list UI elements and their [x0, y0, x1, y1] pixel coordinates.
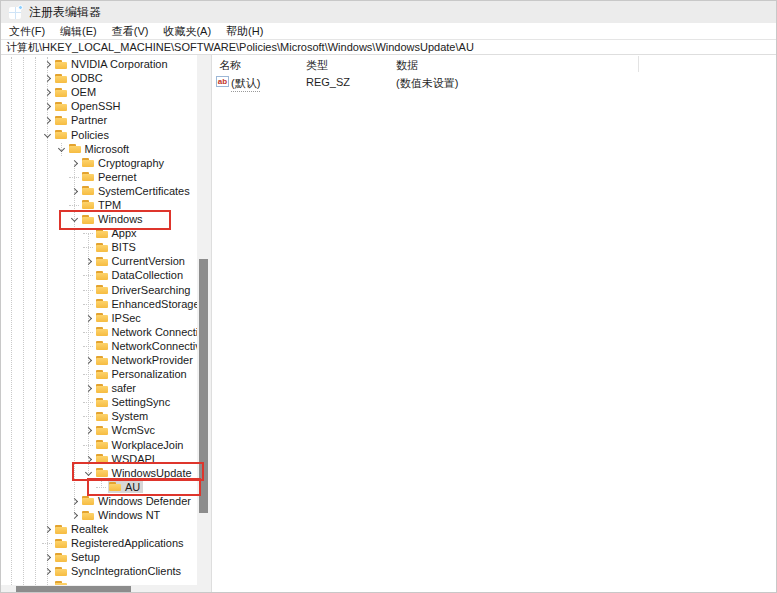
chevron-right-icon[interactable]: [41, 57, 54, 71]
column-header-data[interactable]: 数据: [396, 58, 418, 73]
tree-item-content[interactable]: SyncIntegrationClients: [54, 565, 184, 577]
tree-item-currentversion[interactable]: CurrentVersion: [1, 254, 198, 268]
column-header-type[interactable]: 类型: [306, 58, 328, 73]
tree-item-syncintegrationclients[interactable]: SyncIntegrationClients: [1, 564, 198, 578]
menu-item-v[interactable]: 查看(V): [112, 24, 149, 39]
tree-item-content[interactable]: OEM: [54, 86, 99, 98]
tree-item-partner[interactable]: Partner: [1, 113, 198, 127]
menu-item-f[interactable]: 文件(F): [9, 24, 45, 39]
tree-item-policies[interactable]: Policies: [1, 127, 198, 141]
tree-item-personalization[interactable]: Personalization: [1, 367, 198, 381]
chevron-right-icon[interactable]: [82, 423, 95, 437]
tree-item-wcmsvc[interactable]: WcmSvc: [1, 423, 198, 437]
chevron-right-icon[interactable]: [68, 184, 81, 198]
value-row-default[interactable]: ab (默认) REG_SZ (数值未设置): [212, 74, 777, 90]
chevron-right-icon[interactable]: [82, 381, 95, 395]
tree-item-content[interactable]: IPSec: [95, 312, 144, 324]
menu-item-h[interactable]: 帮助(H): [226, 24, 263, 39]
tree-item-content[interactable]: Windows NT: [81, 509, 163, 521]
chevron-right-icon[interactable]: [41, 564, 54, 578]
tree-item-content[interactable]: safer: [95, 382, 139, 394]
tree-item-setup[interactable]: Setup: [1, 550, 198, 564]
tree-item-networkprovider[interactable]: NetworkProvider: [1, 353, 198, 367]
tree-item-safer[interactable]: safer: [1, 381, 198, 395]
chevron-right-icon[interactable]: [41, 99, 54, 113]
tree-item-cryptography[interactable]: Cryptography: [1, 156, 198, 170]
column-divider[interactable]: [638, 56, 639, 72]
tree-branch-stub: [82, 268, 95, 282]
tree-item-windows-nt[interactable]: Windows NT: [1, 508, 198, 522]
tree-item-systemcertificates[interactable]: SystemCertificates: [1, 184, 198, 198]
address-bar[interactable]: 计算机\HKEY_LOCAL_MACHINE\SOFTWARE\Policies…: [1, 39, 776, 55]
tree-item-content[interactable]: WcmSvc: [95, 424, 158, 436]
tree-item-content[interactable]: NVIDIA Corporation: [54, 58, 171, 70]
tree-item-driversearching[interactable]: DriverSearching: [1, 283, 198, 297]
tree-vertical-scrollbar[interactable]: [197, 55, 211, 585]
tree-item-enhancedstoragei[interactable]: EnhancedStorageI: [1, 297, 198, 311]
tree-item-ipsec[interactable]: IPSec: [1, 311, 198, 325]
tree-item-system[interactable]: System: [1, 409, 198, 423]
tree-item-content[interactable]: NetworkProvider: [95, 354, 196, 366]
tree-item-nvidia-corporation[interactable]: NVIDIA Corporation: [1, 57, 198, 71]
tree-item-content[interactable]: SystemCertificates: [81, 185, 193, 197]
tree-item-settingsync[interactable]: SettingSync: [1, 395, 198, 409]
tree-item-windows-defender[interactable]: Windows Defender: [1, 494, 198, 508]
tree-item-oem[interactable]: OEM: [1, 85, 198, 99]
tree-item-label: Windows NT: [98, 509, 160, 521]
tree-item-content[interactable]: Windows Defender: [81, 495, 194, 507]
chevron-right-icon[interactable]: [82, 311, 95, 325]
tree-item-realtek[interactable]: Realtek: [1, 522, 198, 536]
list-header: 名称 类型 数据: [212, 55, 777, 73]
tree-item-content[interactable]: Personalization: [95, 368, 190, 380]
chevron-right-icon[interactable]: [82, 254, 95, 268]
chevron-right-icon[interactable]: [41, 522, 54, 536]
tree-item-datacollection[interactable]: DataCollection: [1, 268, 198, 282]
tree-item-content[interactable]: Peernet: [81, 171, 140, 183]
tree-item-content[interactable]: Setup: [54, 551, 103, 563]
chevron-right-icon[interactable]: [41, 550, 54, 564]
address-path[interactable]: 计算机\HKEY_LOCAL_MACHINE\SOFTWARE\Policies…: [1, 40, 474, 55]
tree-item-content[interactable]: Policies: [54, 129, 112, 141]
tree-item-content[interactable]: OpenSSH: [54, 100, 124, 112]
tree-item-content[interactable]: CurrentVersion: [95, 255, 188, 267]
tree-item-content[interactable]: BITS: [95, 241, 139, 253]
tree-item-bits[interactable]: BITS: [1, 240, 198, 254]
tree-item-content[interactable]: DataCollection: [95, 269, 187, 281]
chevron-right-icon[interactable]: [41, 71, 54, 85]
tree-item-odbc[interactable]: ODBC: [1, 71, 198, 85]
chevron-right-icon[interactable]: [41, 113, 54, 127]
tree-horizontal-scrollbar[interactable]: [1, 585, 212, 593]
tree-item-content[interactable]: RegisteredApplications: [54, 537, 187, 549]
menu-item-e[interactable]: 编辑(E): [60, 24, 97, 39]
tree-item-content[interactable]: Network Connecti: [95, 326, 199, 338]
chevron-right-icon[interactable]: [41, 85, 54, 99]
tree-item-content[interactable]: ODBC: [54, 72, 106, 84]
tree-item-content[interactable]: System: [95, 410, 152, 422]
column-header-name[interactable]: 名称: [219, 58, 241, 73]
menu-item-a[interactable]: 收藏夹(A): [163, 24, 211, 39]
chevron-right-icon[interactable]: [68, 494, 81, 508]
tree-item-microsoft[interactable]: Microsoft: [1, 142, 198, 156]
tree-item-content[interactable]: Microsoft: [68, 143, 133, 155]
tree-item-content[interactable]: DriverSearching: [95, 284, 194, 296]
tree-horizontal-scrollbar-thumb[interactable]: [16, 586, 131, 593]
tree-item-content[interactable]: EnhancedStorageI: [95, 298, 199, 310]
chevron-down-icon[interactable]: [55, 142, 68, 156]
chevron-down-icon[interactable]: [41, 128, 54, 142]
value-name[interactable]: (默认): [231, 76, 260, 92]
tree-item-content[interactable]: Realtek: [54, 523, 111, 535]
chevron-right-icon[interactable]: [68, 508, 81, 522]
tree-item-content[interactable]: NetworkConnectiv: [95, 340, 199, 352]
tree-item-peernet[interactable]: Peernet: [1, 170, 198, 184]
tree-item-workplacejoin[interactable]: WorkplaceJoin: [1, 438, 198, 452]
tree-item-content[interactable]: Partner: [54, 114, 110, 126]
tree-item-openssh[interactable]: OpenSSH: [1, 99, 198, 113]
chevron-right-icon[interactable]: [68, 156, 81, 170]
tree-item-networkconnectiv[interactable]: NetworkConnectiv: [1, 339, 198, 353]
tree-item-content[interactable]: WorkplaceJoin: [95, 439, 187, 451]
tree-item-content[interactable]: SettingSync: [95, 396, 174, 408]
chevron-right-icon[interactable]: [82, 353, 95, 367]
tree-item-network-connecti[interactable]: Network Connecti: [1, 325, 198, 339]
tree-item-content[interactable]: Cryptography: [81, 157, 167, 169]
tree-item-registeredapplications[interactable]: RegisteredApplications: [1, 536, 198, 550]
